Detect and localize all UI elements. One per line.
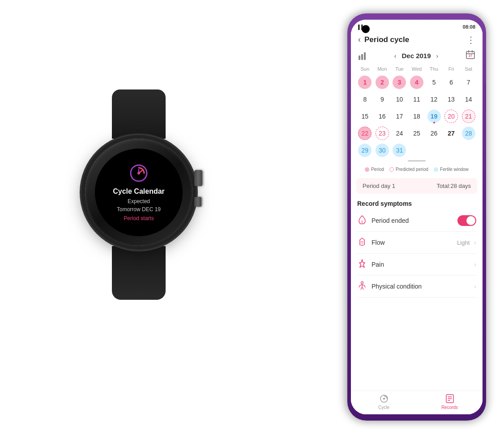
symptom-row-physical[interactable]: Physical condition › (357, 276, 476, 298)
cycle-calendar-icon (129, 163, 149, 183)
prev-month-button[interactable]: ‹ (393, 52, 398, 60)
records-nav-icon (445, 394, 455, 404)
phone-vol-down-button[interactable] (347, 92, 348, 116)
pain-icon (357, 259, 367, 270)
cal-day-empty4 (460, 142, 477, 158)
calendar-month-year: Dec 2019 (401, 52, 431, 60)
watch-crown-top (194, 170, 202, 186)
physical-chevron-icon: › (474, 283, 476, 290)
bar-chart-icon (358, 52, 367, 60)
cal-day-30[interactable]: 30 (374, 142, 391, 158)
phone-power-button[interactable] (485, 85, 486, 112)
svg-text:27: 27 (469, 54, 472, 57)
calendar-header: ‹ Dec 2019 › 27 (351, 47, 483, 64)
legend-dot-period (365, 167, 369, 172)
cal-day-28[interactable]: 28 (460, 125, 477, 141)
cal-day-1[interactable]: 1 (356, 74, 374, 90)
svg-line-20 (364, 285, 365, 287)
symptom-row-pain[interactable]: Pain › (357, 254, 476, 276)
svg-rect-4 (359, 55, 360, 60)
nav-records[interactable]: Records (417, 394, 483, 410)
legend-dot-predicted (389, 167, 394, 172)
period-ended-toggle[interactable] (457, 215, 476, 226)
status-bar: ▌▌ ⊙ 08:08 (351, 20, 483, 32)
day-label-sat: Sat (460, 64, 477, 73)
day-label-sun: Sun (356, 64, 374, 73)
cal-day-7[interactable]: 7 (460, 74, 477, 90)
cal-day-10[interactable]: 10 (391, 91, 408, 107)
cal-day-17[interactable]: 17 (391, 108, 408, 124)
watch-body: Cycle Calendar Expected Tomorrow DEC 19 … (85, 139, 192, 246)
cal-day-6[interactable]: 6 (443, 74, 460, 90)
cal-day-31[interactable]: 31 (391, 142, 408, 158)
nav-cycle[interactable]: Cycle (351, 394, 417, 410)
cal-day-9[interactable]: 9 (374, 91, 391, 107)
cal-day-12[interactable]: 12 (425, 91, 443, 107)
smartphone: ▌▌ ⊙ 08:08 ‹ Period cycle ⋮ (347, 13, 486, 421)
day-label-wed: Wed (408, 64, 426, 73)
phone-body: ▌▌ ⊙ 08:08 ‹ Period cycle ⋮ (347, 13, 486, 421)
watch-band-top (112, 89, 166, 139)
pain-label: Pain (372, 261, 470, 268)
period-ended-label: Period ended (372, 217, 453, 224)
app-content: ▌▌ ⊙ 08:08 ‹ Period cycle ⋮ (351, 20, 483, 414)
svg-line-19 (359, 285, 360, 287)
cal-day-19[interactable]: 19 (425, 108, 443, 124)
scroll-indicator (351, 158, 483, 163)
bottom-navigation: Cycle Records (351, 391, 483, 414)
watch-period-starts: Period starts (124, 215, 154, 221)
record-symptoms-section: Record symptoms Period ended (351, 196, 483, 391)
back-button[interactable]: ‹ (358, 35, 361, 44)
cal-day-empty2 (425, 142, 443, 158)
watch-crown-bottom (194, 197, 201, 207)
watch-screen: Cycle Calendar Expected Tomorrow DEC 19 … (95, 149, 183, 236)
record-symptoms-title: Record symptoms (357, 200, 476, 207)
symptom-row-period-ended[interactable]: Period ended (357, 210, 476, 232)
cal-day-29[interactable]: 29 (356, 142, 374, 158)
calendar-grid: Sun Mon Tue Wed Thu Fri Sat 1 2 3 4 (351, 64, 483, 158)
cal-day-26[interactable]: 26 (425, 125, 443, 141)
cal-day-22[interactable]: 22 (356, 125, 374, 141)
watch-app-title: Cycle Calendar (113, 187, 165, 196)
app-header-left: ‹ Period cycle (358, 35, 409, 44)
more-options-button[interactable]: ⋮ (466, 35, 475, 44)
phone-vol-up-button[interactable] (347, 72, 348, 87)
calendar-icon[interactable]: 27 (466, 50, 475, 62)
cal-day-3[interactable]: 3 (391, 74, 408, 90)
watch-band-bottom (112, 246, 166, 300)
cal-day-16[interactable]: 16 (374, 108, 391, 124)
flow-chevron-icon: › (474, 239, 476, 246)
smartwatch: Cycle Calendar Expected Tomorrow DEC 19 … (63, 89, 215, 349)
svg-line-18 (362, 287, 363, 289)
physical-icon (357, 281, 367, 292)
flow-label: Flow (372, 239, 453, 246)
day-label-thu: Thu (425, 64, 443, 73)
legend-fertile: Fertile window (434, 167, 469, 172)
symptom-row-flow[interactable]: Flow Light › (357, 232, 476, 254)
cal-day-27[interactable]: 27 (443, 125, 460, 141)
phone-camera-button[interactable] (347, 121, 348, 145)
period-total-label: Total:28 days (436, 183, 471, 189)
cal-day-5[interactable]: 5 (425, 74, 443, 90)
calendar-day-labels: Sun Mon Tue Wed Thu Fri Sat (356, 64, 477, 73)
bar-chart-icon-area[interactable] (358, 52, 367, 60)
next-month-button[interactable]: › (435, 52, 440, 60)
calendar-nav: ‹ Dec 2019 › (393, 52, 440, 60)
cal-day-8[interactable]: 8 (356, 91, 374, 107)
cal-day-2[interactable]: 2 (374, 74, 391, 90)
cal-day-18[interactable]: 18 (408, 108, 426, 124)
cal-day-20[interactable]: 20 (443, 108, 460, 124)
cal-day-13[interactable]: 13 (443, 91, 460, 107)
cal-day-24[interactable]: 24 (391, 125, 408, 141)
records-nav-label: Records (441, 405, 458, 410)
cal-day-4[interactable]: 4 (408, 74, 426, 90)
scroll-bar (408, 160, 426, 162)
cal-day-14[interactable]: 14 (460, 91, 477, 107)
legend-label-predicted: Predicted period (396, 167, 428, 172)
cal-day-15[interactable]: 15 (356, 108, 374, 124)
cal-day-11[interactable]: 11 (408, 91, 426, 107)
cal-day-25[interactable]: 25 (408, 125, 426, 141)
cal-day-23[interactable]: 23 (374, 125, 391, 141)
cal-day-21[interactable]: 21 (460, 108, 477, 124)
day-label-tue: Tue (391, 64, 408, 73)
